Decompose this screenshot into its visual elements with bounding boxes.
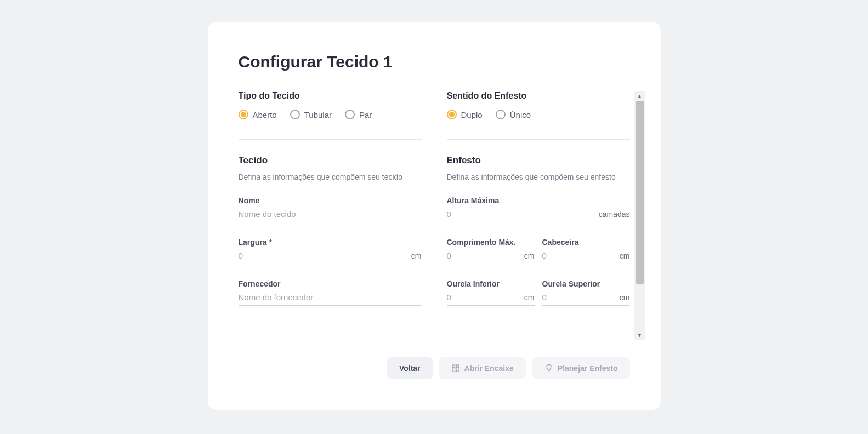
sentido-enfesto-title: Sentido do Enfesto — [447, 91, 630, 101]
radio-label: Aberto — [253, 110, 277, 119]
ourela-inf-label: Ourela Inferior — [447, 279, 535, 288]
tipo-tecido-title: Tipo do Tecido — [239, 91, 422, 101]
radio-label: Par — [359, 110, 372, 119]
largura-input[interactable] — [239, 251, 407, 260]
radio-icon — [345, 110, 355, 119]
content-wrap: Tipo do Tecido Aberto Tubular Par — [239, 91, 630, 344]
radio-aberto[interactable]: Aberto — [239, 110, 277, 119]
radio-icon — [496, 110, 506, 119]
svg-line-6 — [551, 365, 552, 366]
cabeceira-unit: cm — [620, 252, 630, 260]
abrir-encaixe-button[interactable]: Abrir Encaixe — [439, 357, 526, 379]
ourela-sup-unit: cm — [620, 293, 630, 302]
voltar-button[interactable]: Voltar — [387, 357, 433, 379]
radio-par[interactable]: Par — [345, 110, 372, 119]
field-largura: Largura * cm — [239, 238, 422, 264]
ourela-inf-unit: cm — [524, 293, 535, 302]
fornecedor-input[interactable] — [239, 293, 422, 302]
abrir-encaixe-label: Abrir Encaixe — [464, 364, 514, 373]
scroll-track[interactable] — [634, 101, 645, 330]
tecido-desc: Defina as informações que compõem seu te… — [239, 172, 422, 183]
field-cabeceira: Cabeceira cm — [542, 238, 630, 264]
scroll-down-icon[interactable]: ▼ — [634, 330, 645, 340]
radio-label: Único — [510, 110, 531, 119]
ourela-sup-input[interactable] — [542, 293, 615, 302]
altura-label: Altura Máxima — [447, 196, 630, 205]
scroll-up-icon[interactable]: ▲ — [634, 91, 645, 101]
largura-unit: cm — [411, 252, 422, 260]
comprimento-unit: cm — [524, 252, 535, 260]
tipo-tecido-group: Aberto Tubular Par — [239, 110, 422, 119]
radio-icon — [290, 110, 300, 119]
field-fornecedor: Fornecedor — [239, 279, 422, 306]
form-container: Tipo do Tecido Aberto Tubular Par — [239, 91, 630, 344]
nome-input[interactable] — [239, 209, 422, 219]
voltar-label: Voltar — [399, 364, 421, 373]
radio-label: Duplo — [461, 110, 483, 119]
field-ourela-superior: Ourela Superior cm — [542, 279, 630, 306]
radio-duplo[interactable]: Duplo — [447, 110, 483, 119]
enfesto-subtitle: Enfesto — [447, 155, 630, 166]
tecido-subtitle: Tecido — [239, 155, 422, 166]
enfesto-desc: Defina as informações que compõem seu en… — [447, 172, 630, 183]
lightbulb-icon — [544, 364, 553, 373]
altura-unit: camadas — [599, 210, 630, 219]
radio-icon — [239, 110, 248, 119]
radio-icon — [447, 110, 457, 119]
sentido-enfesto-group: Duplo Único — [447, 110, 630, 119]
comprimento-label: Comprimento Máx. — [447, 238, 535, 247]
row-comprimento-cabeceira: Comprimento Máx. cm Cabeceira cm — [447, 238, 630, 279]
svg-rect-0 — [452, 365, 455, 368]
radio-label: Tubular — [304, 110, 332, 119]
field-altura-maxima: Altura Máxima camadas — [447, 196, 630, 222]
altura-input[interactable] — [447, 209, 594, 219]
largura-label: Largura * — [239, 238, 422, 247]
planejar-enfesto-button[interactable]: Planejar Enfesto — [532, 357, 630, 379]
field-ourela-inferior: Ourela Inferior cm — [447, 279, 535, 306]
right-column: Sentido do Enfesto Duplo Único Enfesto D… — [447, 91, 630, 344]
left-column: Tipo do Tecido Aberto Tubular Par — [239, 91, 422, 344]
radio-tubular[interactable]: Tubular — [290, 110, 332, 119]
nome-label: Nome — [239, 196, 422, 205]
field-comprimento: Comprimento Máx. cm — [447, 238, 535, 264]
field-nome: Nome — [239, 196, 422, 222]
scroll-thumb[interactable] — [636, 101, 644, 284]
svg-line-5 — [546, 365, 546, 366]
planejar-enfesto-label: Planejar Enfesto — [558, 364, 618, 373]
cabeceira-input[interactable] — [542, 251, 615, 260]
ourela-inf-input[interactable] — [447, 293, 520, 302]
fornecedor-label: Fornecedor — [239, 279, 422, 288]
comprimento-input[interactable] — [447, 251, 520, 260]
scrollbar[interactable]: ▲ ▼ — [634, 91, 645, 340]
footer-actions: Voltar Abrir Encaixe Planejar Enfesto — [239, 357, 630, 379]
row-ourelas: Ourela Inferior cm Ourela Superior cm — [447, 279, 630, 321]
divider — [447, 139, 630, 140]
grid-icon — [451, 364, 460, 373]
cabeceira-label: Cabeceira — [542, 238, 630, 247]
page-title: Configurar Tecido 1 — [239, 53, 630, 71]
svg-rect-1 — [456, 365, 459, 368]
ourela-sup-label: Ourela Superior — [542, 279, 630, 288]
divider — [239, 139, 422, 140]
radio-unico[interactable]: Único — [496, 110, 531, 119]
svg-rect-3 — [452, 369, 455, 372]
svg-rect-2 — [456, 369, 459, 372]
config-card: Configurar Tecido 1 Tipo do Tecido Abert… — [208, 22, 661, 410]
